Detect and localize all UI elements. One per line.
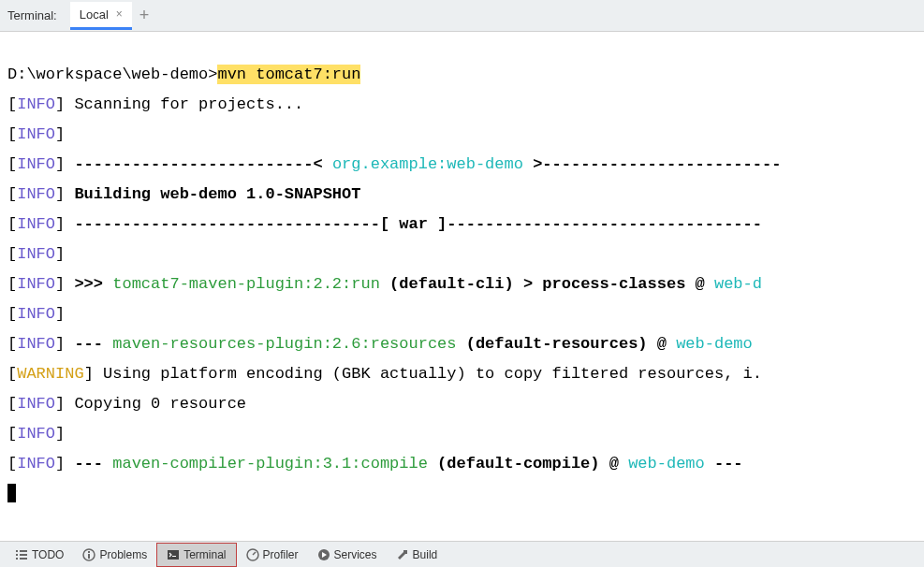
svg-rect-9 [168, 550, 179, 560]
terminal-header: Terminal: Local × + [0, 0, 924, 32]
play-icon [317, 548, 330, 561]
bottom-toolbar: TODO Problems Terminal Profiler Services… [0, 541, 924, 567]
list-icon [15, 548, 28, 561]
build-tool[interactable]: Build [387, 543, 447, 567]
svg-rect-0 [16, 550, 18, 552]
add-tab-icon[interactable]: + [132, 6, 157, 25]
terminal-tool[interactable]: Terminal [156, 543, 236, 567]
info-icon [82, 548, 95, 561]
problems-tool[interactable]: Problems [73, 543, 156, 567]
svg-rect-2 [16, 554, 18, 556]
todo-tool[interactable]: TODO [6, 543, 73, 567]
tab-label: Local [80, 7, 109, 22]
svg-rect-8 [88, 554, 90, 559]
svg-rect-10 [172, 556, 176, 557]
close-icon[interactable]: × [116, 7, 123, 21]
svg-rect-3 [20, 554, 27, 556]
prompt: D:\workspace\web-demo> [7, 65, 217, 83]
command: mvn tomcat7:run [217, 65, 360, 84]
svg-rect-1 [20, 550, 27, 552]
hammer-icon [396, 548, 409, 561]
terminal-cursor [7, 484, 16, 502]
terminal-icon [167, 548, 180, 561]
tab-local[interactable]: Local × [70, 2, 132, 30]
terminal-label: Terminal: [7, 8, 57, 22]
svg-rect-5 [20, 558, 27, 560]
profiler-tool[interactable]: Profiler [237, 543, 308, 567]
svg-rect-4 [16, 558, 18, 560]
gauge-icon [246, 548, 259, 561]
svg-rect-7 [88, 551, 90, 553]
terminal-output[interactable]: D:\workspace\web-demo>mvn tomcat7:run [I… [0, 32, 924, 541]
svg-rect-13 [403, 550, 407, 554]
services-tool[interactable]: Services [308, 543, 387, 567]
